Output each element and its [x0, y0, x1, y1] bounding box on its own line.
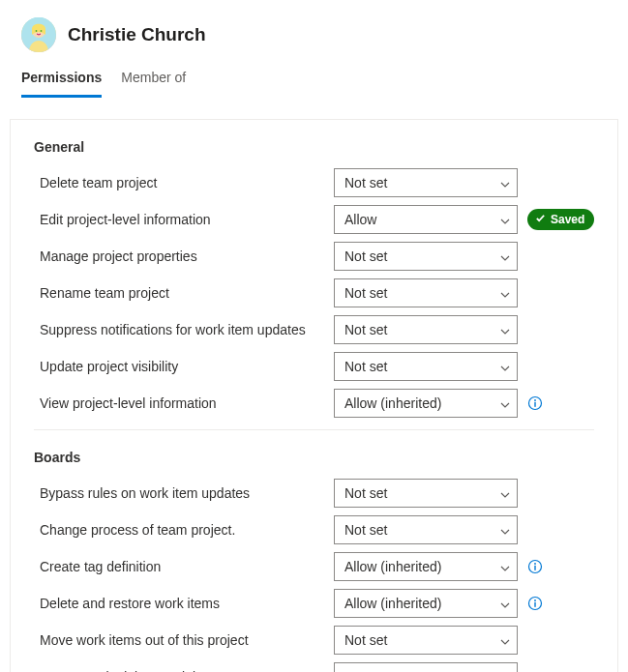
permission-select[interactable]: Not set [334, 168, 518, 197]
permission-select[interactable]: Not set [334, 479, 518, 508]
saved-label: Saved [551, 213, 584, 226]
check-icon [535, 213, 546, 226]
permission-select[interactable]: Allow (inherited) [334, 552, 518, 581]
permission-label: Delete and restore work items [34, 596, 324, 611]
permission-label: Update project visibility [34, 359, 324, 374]
tab-member-of[interactable]: Member of [121, 70, 186, 98]
permission-select[interactable]: Not set [334, 662, 518, 672]
permission-value: Not set [344, 175, 387, 190]
chevron-down-icon [499, 398, 509, 408]
svg-point-6 [534, 399, 536, 401]
svg-point-9 [534, 563, 536, 565]
permission-row: Bypass rules on work item updatesNot set [11, 475, 617, 511]
permission-row: Change process of team project.Not set [11, 511, 617, 548]
permission-row: Delete team projectNot set [11, 164, 617, 201]
tab-bar: Permissions Member of [0, 52, 628, 98]
svg-point-4 [41, 30, 43, 32]
permission-row: Update project visibilityNot set [11, 348, 617, 385]
svg-rect-10 [534, 566, 535, 570]
permission-row: Create tag definitionAllow (inherited) [11, 548, 617, 585]
svg-rect-7 [534, 402, 535, 407]
chevron-down-icon [499, 488, 509, 498]
permission-select[interactable]: Not set [334, 352, 518, 381]
section-title: General [11, 120, 617, 164]
permission-select[interactable]: Allow (inherited) [334, 389, 518, 418]
permission-value: Not set [344, 322, 387, 337]
permission-label: Rename team project [34, 285, 324, 301]
saved-badge: Saved [527, 209, 594, 230]
permission-label: Change process of team project. [34, 522, 324, 538]
permission-label: Suppress notifications for work item upd… [34, 322, 324, 337]
chevron-down-icon [499, 178, 509, 188]
permission-label: Manage project properties [34, 248, 324, 264]
chevron-down-icon [499, 251, 509, 261]
permission-label: Edit project-level information [34, 212, 324, 227]
permission-label: Move work items out of this project [34, 632, 324, 648]
permission-row: View project-level informationAllow (inh… [11, 385, 617, 422]
chevron-down-icon [499, 599, 509, 608]
permission-row: Delete and restore work itemsAllow (inhe… [11, 585, 617, 622]
permission-value: Not set [344, 285, 387, 301]
page-title: Christie Church [68, 24, 206, 45]
permission-value: Allow (inherited) [344, 596, 441, 611]
permission-select[interactable]: Allow [334, 205, 518, 234]
avatar [21, 17, 56, 52]
info-icon[interactable] [527, 596, 543, 611]
permission-label: Create tag definition [34, 559, 324, 574]
chevron-down-icon [499, 362, 509, 371]
permission-select[interactable]: Not set [334, 315, 518, 344]
permission-label: Delete team project [34, 175, 324, 190]
permission-label: Bypass rules on work item updates [34, 485, 324, 501]
permission-row: Manage project propertiesNot set [11, 238, 617, 275]
permissions-panel: GeneralDelete team projectNot setEdit pr… [10, 119, 618, 672]
permission-select[interactable]: Not set [334, 242, 518, 271]
permission-row: Move work items out of this projectNot s… [11, 622, 617, 658]
permission-row: Suppress notifications for work item upd… [11, 311, 617, 348]
permission-select[interactable]: Not set [334, 626, 518, 655]
info-icon[interactable] [527, 559, 543, 574]
permission-value: Not set [344, 522, 387, 538]
permission-select[interactable]: Allow (inherited) [334, 589, 518, 618]
chevron-down-icon [499, 635, 509, 645]
svg-point-12 [534, 599, 536, 601]
permission-row: Rename team projectNot set [11, 275, 617, 311]
permission-value: Not set [344, 248, 387, 264]
permission-row: Permanently delete work itemsNot set [11, 658, 617, 672]
section-title: Boards [11, 430, 617, 475]
chevron-down-icon [499, 325, 509, 335]
permission-value: Not set [344, 485, 387, 501]
chevron-down-icon [499, 562, 509, 571]
permission-label: View project-level information [34, 395, 324, 411]
svg-point-3 [36, 30, 38, 32]
permission-value: Allow (inherited) [344, 559, 441, 574]
chevron-down-icon [499, 215, 509, 224]
permission-row: Edit project-level informationAllowSaved [11, 201, 617, 238]
permission-value: Not set [344, 359, 387, 374]
chevron-down-icon [499, 525, 509, 535]
permission-value: Allow [344, 212, 376, 227]
permission-value: Allow (inherited) [344, 395, 441, 411]
tab-permissions[interactable]: Permissions [21, 70, 102, 98]
permission-value: Not set [344, 632, 387, 648]
info-icon[interactable] [527, 395, 543, 411]
permission-select[interactable]: Not set [334, 515, 518, 544]
permission-select[interactable]: Not set [334, 278, 518, 307]
chevron-down-icon [499, 288, 509, 298]
svg-rect-13 [534, 602, 535, 607]
